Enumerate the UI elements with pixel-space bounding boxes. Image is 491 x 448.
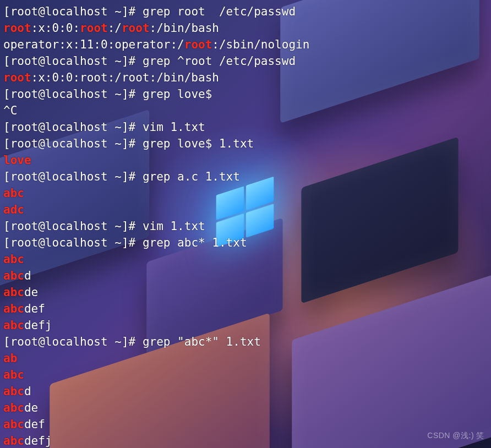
shell-prompt: [root@localhost ~]#	[3, 5, 143, 18]
terminal-output-line: operator:x:11:0:operator:/root:/sbin/nol…	[3, 36, 488, 53]
terminal-output-line: ^C	[3, 102, 488, 119]
grep-match: abc	[3, 253, 24, 266]
shell-prompt: [root@localhost ~]#	[3, 170, 143, 183]
grep-match: abc	[3, 319, 24, 332]
grep-match: abc	[3, 385, 24, 398]
shell-prompt: [root@localhost ~]#	[3, 121, 143, 134]
output-text: def	[24, 302, 45, 315]
terminal-output-line: adc	[3, 201, 488, 218]
shell-prompt: [root@localhost ~]#	[3, 335, 143, 348]
terminal-output-line: abcdef	[3, 301, 488, 317]
grep-match: root	[3, 71, 31, 84]
terminal-output-line: abc	[3, 251, 488, 267]
output-text: :x:0:0:root:/root:/bin/bash	[31, 71, 219, 84]
grep-match: abc	[3, 269, 24, 282]
terminal-command-line: [root@localhost ~]# vim 1.txt	[3, 119, 488, 135]
command-text: grep love$ 1.txt	[143, 137, 254, 150]
terminal-output-line: abc	[3, 367, 488, 383]
output-text: def	[24, 418, 45, 431]
grep-match: ab	[3, 352, 17, 365]
terminal-command-line: [root@localhost ~]# grep love$	[3, 86, 488, 102]
grep-match: abc	[3, 302, 24, 315]
grep-match: abc	[3, 187, 24, 200]
command-text: grep love$	[143, 88, 212, 101]
output-text: operator:x:11:0:operator:/	[3, 38, 184, 51]
output-text: :x:0:0:	[31, 21, 80, 35]
terminal-output-line: abc	[3, 185, 488, 201]
terminal-command-line: [root@localhost ~]# grep abc* 1.txt	[3, 234, 488, 251]
terminal-output-line: abcdef	[3, 416, 488, 433]
grep-match: root	[122, 21, 150, 35]
terminal-command-line: [root@localhost ~]# grep "abc*" 1.txt	[3, 334, 488, 350]
output-text: de	[24, 401, 38, 414]
terminal-command-line: [root@localhost ~]# grep love$ 1.txt	[3, 135, 488, 152]
terminal-output-line: abcdefj	[3, 317, 488, 334]
grep-match: love	[3, 154, 31, 167]
command-text: grep root /etc/passwd	[143, 5, 296, 18]
terminal-output-line: abcde	[3, 400, 488, 416]
command-text: grep "abc*" 1.txt	[143, 335, 261, 348]
output-text: defj	[24, 319, 52, 332]
terminal-command-line: [root@localhost ~]# grep root /etc/passw…	[3, 3, 488, 20]
terminal-output-line: abcdefj	[3, 433, 488, 448]
terminal-command-line: [root@localhost ~]# grep a.c 1.txt	[3, 168, 488, 185]
terminal[interactable]: [root@localhost ~]# grep root /etc/passw…	[0, 0, 491, 448]
grep-match: abc	[3, 434, 24, 447]
command-text: vim 1.txt	[143, 121, 205, 134]
output-text: :/bin/bash	[150, 21, 219, 35]
output-text: :/sbin/nologin	[212, 38, 309, 51]
grep-match: root	[184, 38, 212, 51]
shell-prompt: [root@localhost ~]#	[3, 137, 143, 150]
command-text: grep ^root /etc/passwd	[143, 54, 296, 68]
grep-match: abc	[3, 286, 24, 299]
terminal-output-line: root:x:0:0:root:/root:/bin/bash	[3, 20, 488, 36]
shell-prompt: [root@localhost ~]#	[3, 236, 143, 249]
output-text: de	[24, 286, 38, 299]
terminal-command-line: [root@localhost ~]# grep ^root /etc/pass…	[3, 53, 488, 69]
terminal-output-line: abcd	[3, 383, 488, 400]
command-text: grep abc* 1.txt	[143, 236, 247, 249]
watermark: CSDN @浅:) 笑	[427, 427, 484, 444]
output-text: :/	[108, 21, 122, 35]
terminal-output-line: abcd	[3, 267, 488, 284]
command-text: grep a.c 1.txt	[143, 170, 240, 183]
output-text: ^C	[3, 104, 17, 117]
output-text: defj	[24, 434, 52, 447]
terminal-output-line: abcde	[3, 284, 488, 301]
command-text: vim 1.txt	[143, 220, 205, 233]
grep-match: root	[80, 21, 108, 35]
grep-match: adc	[3, 203, 24, 216]
grep-match: root	[3, 21, 31, 35]
shell-prompt: [root@localhost ~]#	[3, 88, 143, 101]
shell-prompt: [root@localhost ~]#	[3, 220, 143, 233]
grep-match: abc	[3, 368, 24, 381]
grep-match: abc	[3, 401, 24, 414]
terminal-command-line: [root@localhost ~]# vim 1.txt	[3, 218, 488, 234]
terminal-output-line: love	[3, 152, 488, 168]
terminal-output-line: ab	[3, 350, 488, 367]
terminal-output-line: root:x:0:0:root:/root:/bin/bash	[3, 69, 488, 86]
shell-prompt: [root@localhost ~]#	[3, 54, 143, 68]
output-text: d	[24, 269, 31, 282]
output-text: d	[24, 385, 31, 398]
grep-match: abc	[3, 418, 24, 431]
